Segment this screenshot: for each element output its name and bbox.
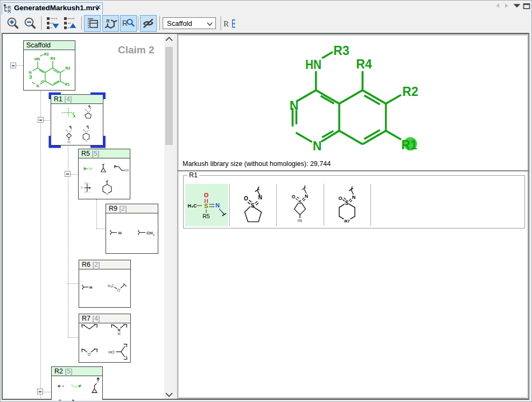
- svg-text:O: O: [204, 192, 209, 198]
- svg-text:H₃C: H₃C: [187, 203, 197, 209]
- svg-text:S: S: [204, 203, 208, 209]
- svg-text:R6: R6: [298, 219, 303, 223]
- svg-text:S: S: [345, 200, 349, 206]
- svg-text:N: N: [258, 195, 262, 200]
- svg-text:N: N: [352, 195, 356, 200]
- svg-text:N: N: [215, 202, 220, 209]
- svg-text:R5: R5: [202, 213, 210, 219]
- svg-text:O: O: [244, 196, 248, 202]
- svg-text:N: N: [305, 193, 308, 199]
- svg-text:O: O: [292, 194, 296, 199]
- svg-text:R7: R7: [344, 219, 350, 224]
- svg-text:S: S: [298, 199, 302, 205]
- svg-text:O: O: [338, 196, 342, 201]
- svg-text:S: S: [251, 203, 255, 209]
